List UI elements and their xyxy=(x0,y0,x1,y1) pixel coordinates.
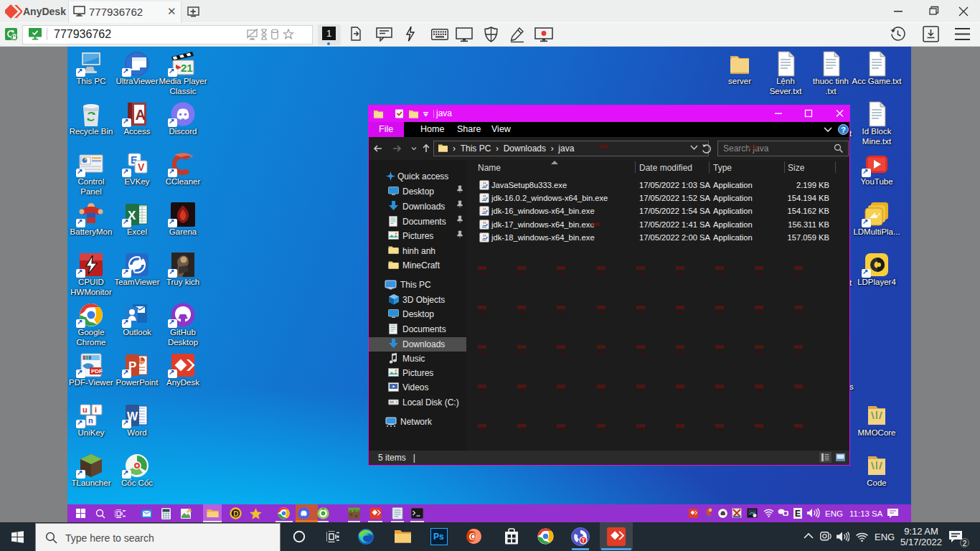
svg-text:A: A xyxy=(136,107,146,123)
svg-text:21: 21 xyxy=(181,62,193,74)
svg-text:n: n xyxy=(88,416,93,425)
svg-text:PDF: PDF xyxy=(91,368,103,375)
svg-text:i: i xyxy=(95,405,97,414)
svg-text:u: u xyxy=(83,405,88,414)
svg-text:V: V xyxy=(138,161,145,173)
svg-text:D: D xyxy=(233,510,238,518)
svg-text:O: O xyxy=(471,533,476,541)
